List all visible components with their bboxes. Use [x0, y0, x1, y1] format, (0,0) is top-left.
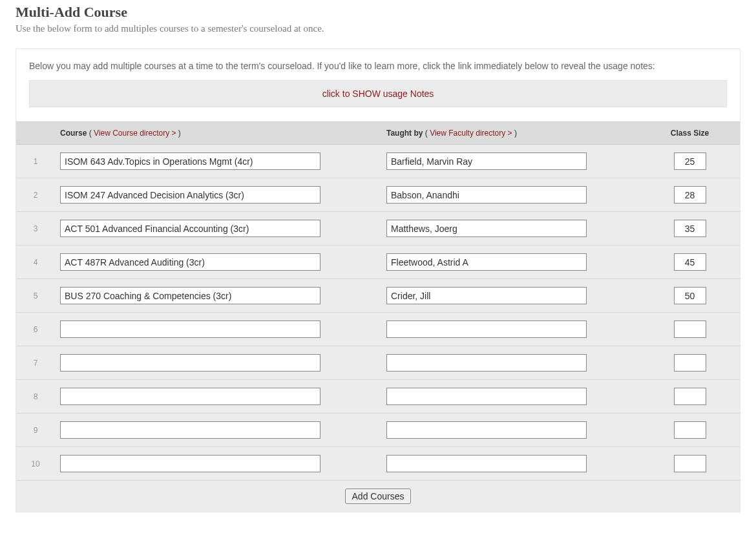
course-input[interactable]	[60, 354, 320, 372]
row-number: 3	[16, 212, 55, 246]
faculty-cell	[381, 212, 640, 246]
class-size-input[interactable]	[674, 354, 706, 372]
class-size-input[interactable]	[674, 220, 706, 237]
course-cell	[55, 178, 381, 212]
faculty-input[interactable]	[386, 152, 587, 170]
row-number: 8	[16, 380, 55, 414]
col-header-course: Course ( View Course directory > )	[55, 122, 381, 145]
table-row: 6	[16, 313, 740, 346]
table-row: 7	[16, 346, 740, 380]
course-input[interactable]	[60, 455, 320, 472]
class-size-cell	[640, 145, 740, 178]
multi-add-panel: Below you may add multiple courses at a …	[16, 48, 740, 512]
faculty-input[interactable]	[386, 320, 587, 338]
class-size-input[interactable]	[674, 320, 706, 338]
table-row: 8	[16, 380, 740, 414]
class-size-input[interactable]	[674, 455, 706, 472]
class-size-input[interactable]	[674, 253, 706, 271]
table-row: 5	[16, 279, 740, 313]
faculty-cell	[381, 414, 640, 447]
faculty-cell	[381, 346, 640, 380]
table-row: 3	[16, 212, 740, 246]
faculty-input[interactable]	[386, 220, 587, 237]
row-number: 5	[16, 279, 55, 313]
class-size-cell	[640, 380, 740, 414]
table-footer-row: Add Courses	[16, 481, 740, 512]
course-cell	[55, 447, 381, 481]
course-input[interactable]	[60, 320, 320, 338]
row-number: 4	[16, 246, 55, 279]
view-course-directory-link[interactable]: View Course directory >	[94, 129, 176, 138]
class-size-cell	[640, 246, 740, 279]
course-input[interactable]	[60, 220, 320, 237]
class-size-cell	[640, 313, 740, 346]
course-cell	[55, 346, 381, 380]
panel-top: Below you may add multiple courses at a …	[16, 49, 740, 121]
class-size-input[interactable]	[674, 186, 706, 204]
faculty-cell	[381, 447, 640, 481]
class-size-cell	[640, 447, 740, 481]
col-header-taughtby: Taught by ( View Faculty directory > )	[381, 122, 640, 145]
course-input[interactable]	[60, 152, 320, 170]
class-size-input[interactable]	[674, 388, 706, 405]
table-row: 1	[16, 145, 740, 178]
course-cell	[55, 414, 381, 447]
faculty-input[interactable]	[386, 354, 587, 372]
class-size-input[interactable]	[674, 287, 706, 304]
table-row: 9	[16, 414, 740, 447]
course-cell	[55, 145, 381, 178]
course-cell	[55, 279, 381, 313]
table-row: 4	[16, 246, 740, 279]
course-input[interactable]	[60, 186, 320, 204]
row-number: 10	[16, 447, 55, 481]
course-input[interactable]	[60, 287, 320, 304]
view-faculty-directory-link[interactable]: View Faculty directory >	[430, 129, 512, 138]
usage-notes-toggle[interactable]: click to SHOW usage Notes	[29, 80, 727, 107]
faculty-input[interactable]	[386, 186, 587, 204]
row-number: 9	[16, 414, 55, 447]
taughtby-header-label: Taught by	[386, 129, 423, 138]
add-courses-button[interactable]: Add Courses	[345, 488, 412, 504]
table-row: 10	[16, 447, 740, 481]
page-subtitle: Use the below form to add multiples cour…	[16, 23, 740, 34]
course-cell	[55, 246, 381, 279]
faculty-input[interactable]	[386, 287, 587, 304]
row-number: 6	[16, 313, 55, 346]
faculty-cell	[381, 145, 640, 178]
class-size-input[interactable]	[674, 421, 706, 439]
faculty-cell	[381, 279, 640, 313]
class-size-input[interactable]	[674, 152, 706, 170]
row-number: 1	[16, 145, 55, 178]
class-size-cell	[640, 346, 740, 380]
row-number: 2	[16, 178, 55, 212]
class-size-cell	[640, 279, 740, 313]
col-header-blank	[16, 122, 55, 145]
table-row: 2	[16, 178, 740, 212]
course-cell	[55, 380, 381, 414]
table-header-row: Course ( View Course directory > ) Taugh…	[16, 122, 740, 145]
faculty-input[interactable]	[386, 455, 587, 472]
course-cell	[55, 212, 381, 246]
intro-text: Below you may add multiple courses at a …	[29, 61, 727, 71]
faculty-input[interactable]	[386, 253, 587, 271]
faculty-input[interactable]	[386, 421, 587, 439]
faculty-cell	[381, 380, 640, 414]
course-input[interactable]	[60, 421, 320, 439]
faculty-input[interactable]	[386, 388, 587, 405]
course-input[interactable]	[60, 388, 320, 405]
course-cell	[55, 313, 381, 346]
faculty-cell	[381, 246, 640, 279]
course-input[interactable]	[60, 253, 320, 271]
faculty-cell	[381, 313, 640, 346]
faculty-cell	[381, 178, 640, 212]
class-size-cell	[640, 414, 740, 447]
course-table: Course ( View Course directory > ) Taugh…	[16, 121, 740, 512]
course-header-label: Course	[60, 129, 87, 138]
col-header-classsize: Class Size	[640, 122, 740, 145]
class-size-cell	[640, 178, 740, 212]
page-title: Multi-Add Course	[16, 4, 740, 21]
class-size-cell	[640, 212, 740, 246]
row-number: 7	[16, 346, 55, 380]
